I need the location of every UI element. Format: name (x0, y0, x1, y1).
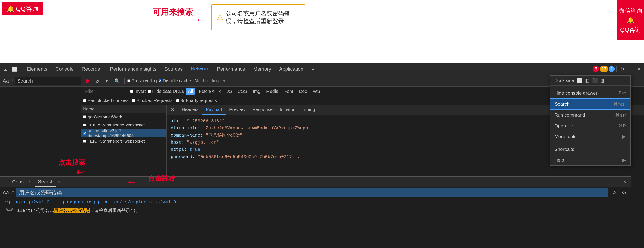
tab-timing[interactable]: Timing (298, 105, 319, 115)
bottom-close-btn[interactable]: × (621, 178, 628, 186)
result-linenum: 646 (6, 207, 14, 214)
filter-css[interactable]: CSS (236, 88, 249, 95)
tab-performance[interactable]: Performance (213, 64, 249, 74)
tab-headers[interactable]: Headers (178, 105, 202, 115)
tab-recorder[interactable]: Recorder (78, 64, 105, 74)
throttling-selector[interactable]: No throttling (193, 77, 221, 84)
download-icon[interactable]: ↓ (636, 77, 642, 84)
dock-side-label: Dock side (554, 78, 574, 83)
menu-help[interactable]: Help ▶ (550, 155, 630, 166)
menu-more-tools[interactable]: More tools ▶ (550, 131, 630, 142)
result-highlight: 用户名或密码错误 (54, 208, 90, 213)
bottom-refresh-btn[interactable]: ↺ (610, 189, 618, 196)
invert-label[interactable]: Invert (130, 89, 146, 94)
result-line-646[interactable]: 646 alert('公司名或用户名或密码错误，请检查后重新登录'); (0, 206, 630, 215)
third-party-checkbox[interactable] (176, 99, 179, 102)
hide-data-urls-label[interactable]: Hide data URLs (148, 89, 184, 94)
filter-img[interactable]: Img (251, 88, 262, 95)
bottom-tab-close[interactable]: × (56, 179, 61, 185)
sidebar-dot-star: .* (10, 78, 14, 83)
tab-payload[interactable]: Payload (202, 105, 226, 115)
blocked-requests-checkbox[interactable] (132, 99, 135, 102)
bottom-dot-star: .* (11, 190, 14, 195)
dock-icon-bottom[interactable]: ⬛ (592, 78, 598, 83)
tab-performance-insights[interactable]: Performance insights (106, 64, 160, 74)
menu-run-command[interactable]: Run command ⌘⇧P (550, 110, 630, 120)
dock-icon-left[interactable]: ◧ (585, 78, 590, 83)
result-filename[interactable]: erplogin.js?v=1.0 passport.wsgjp.com.cn/… (0, 198, 630, 206)
warning-badge: 13 (600, 66, 608, 72)
invert-checkbox[interactable] (130, 90, 133, 93)
request-item-4[interactable]: ?EIO=3&transport=websocket (81, 137, 166, 145)
request-item-3[interactable]: securesdk_v2.js?timestamp=1689246605... (81, 129, 166, 137)
tab-console[interactable]: Console (52, 64, 77, 74)
filter-fetch-xhr[interactable]: Fetch/XHR (197, 88, 222, 95)
website-area: 🔔 QQ咨询 可用来搜索 ← ⚠ 公司名或用户名或密码错误，请检查后重新登录 微… (0, 0, 644, 63)
result-text: alert('公司名或用户名或密码错误，请检查后重新登录'); (17, 207, 138, 214)
filter-font[interactable]: Font (282, 88, 295, 95)
request-item-1[interactable]: getCustomerWork (81, 113, 166, 121)
has-blocked-checkbox[interactable] (83, 99, 86, 102)
request-checkbox-4[interactable] (83, 140, 86, 143)
dock-icon-right[interactable]: ◨ (600, 78, 605, 83)
tab-more[interactable]: » (308, 64, 318, 74)
request-checkbox-3[interactable] (83, 132, 86, 135)
qq-button-label: QQ咨询 (16, 4, 38, 13)
disable-cache-label[interactable]: Disable cache (158, 78, 191, 83)
filter-ws[interactable]: WS (311, 88, 322, 95)
filter-all[interactable]: All (186, 88, 195, 95)
device-icon-btn[interactable]: ⬜ (10, 65, 19, 73)
has-blocked-label[interactable]: Has blocked cookies (83, 98, 128, 103)
third-party-label[interactable]: 3rd-party requests (176, 98, 217, 103)
bottom-search-row: Aa .* ↺ ⊘ (0, 187, 630, 198)
tab-response[interactable]: Response (249, 105, 276, 115)
filter-doc[interactable]: Doc (297, 88, 309, 95)
sidebar-search-input[interactable] (15, 77, 80, 85)
tab-initiator[interactable]: Initiator (276, 105, 298, 115)
context-menu: Dock side ⬜ ◧ ⬛ ◨ Hide console drawer Es… (550, 75, 630, 166)
menu-shortcuts[interactable]: Shortcuts (550, 144, 630, 155)
toolbar-separator-1 (21, 66, 21, 72)
filter-icon-btn[interactable]: ▼ (102, 77, 111, 84)
preserve-log-checkbox[interactable] (127, 79, 130, 82)
settings-icon-btn[interactable]: ⚙ (618, 65, 626, 73)
more-options-btn[interactable]: ⋮ (627, 65, 635, 73)
tab-network[interactable]: Network (187, 64, 212, 74)
qq-button-top[interactable]: 🔔 QQ咨询 (2, 2, 43, 15)
clear-log-btn[interactable]: ⊘ (94, 77, 101, 84)
network-filter-input[interactable] (83, 88, 128, 95)
arrow-annotation: ← (195, 13, 206, 26)
blocked-requests-label[interactable]: Blocked Requests (132, 98, 172, 103)
tab-application[interactable]: Application (276, 64, 307, 74)
error-text: 公司名或用户名或密码错误，请检查后重新登录 (226, 9, 300, 25)
request-checkbox-1[interactable] (83, 115, 86, 118)
wechat-button[interactable]: 微信咨询 🔔 QQ咨询 (617, 0, 644, 40)
throttling-arrow: ▼ (222, 79, 226, 83)
search-icon-btn[interactable]: 🔍 (112, 77, 122, 84)
dock-icon-undocked[interactable]: ⬜ (577, 78, 582, 83)
disable-cache-checkbox[interactable] (158, 79, 162, 82)
tab-detail-close[interactable]: ✕ (167, 105, 178, 115)
tab-sources[interactable]: Sources (161, 64, 186, 74)
tab-elements[interactable]: Elements (23, 64, 51, 74)
filter-js[interactable]: JS (225, 88, 234, 95)
filter-media[interactable]: Media (264, 88, 280, 95)
menu-open-file[interactable]: Open file ⌘P (550, 120, 630, 131)
inspect-icon-btn[interactable]: ⊡ (2, 65, 9, 73)
bottom-search-input[interactable] (16, 188, 608, 197)
bottom-clear-btn[interactable]: ⊘ (620, 189, 628, 196)
bottom-drag-handle[interactable]: ⋮ (3, 179, 7, 185)
tab-memory[interactable]: Memory (250, 64, 274, 74)
bottom-tab-console[interactable]: Console (10, 177, 33, 187)
record-btn[interactable]: ⏺ (83, 77, 92, 85)
menu-search[interactable]: Search ⌘⌥F (550, 98, 630, 110)
preserve-log-label[interactable]: Preserve log (127, 78, 157, 83)
request-checkbox-2[interactable] (83, 124, 86, 126)
bottom-results: erplogin.js?v=1.0 passport.wsgjp.com.cn/… (0, 198, 630, 248)
close-devtools-btn[interactable]: × (636, 65, 642, 73)
menu-hide-console[interactable]: Hide console drawer Esc (550, 88, 630, 98)
request-name-1: getCustomerWork (88, 115, 122, 120)
hide-data-urls-checkbox[interactable] (148, 90, 151, 93)
tab-preview[interactable]: Preview (226, 105, 249, 115)
bottom-tab-search[interactable]: Search (35, 177, 56, 187)
